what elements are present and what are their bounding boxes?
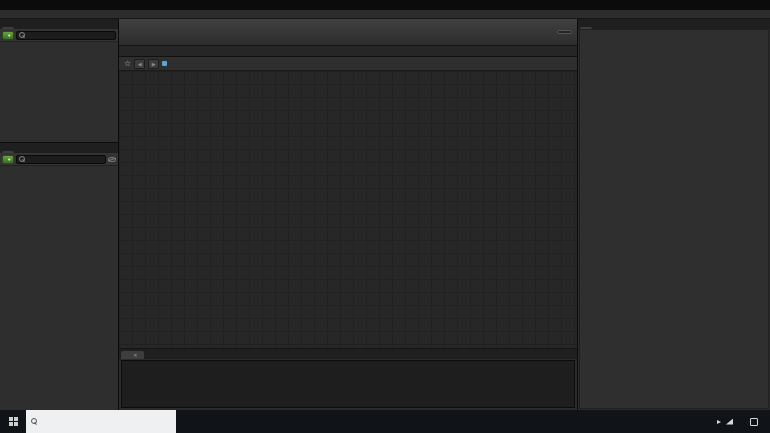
my-blueprint-panel: ▾ xyxy=(0,143,118,410)
compiler-tab-strip: × xyxy=(119,349,577,359)
components-toolbar: ▾ xyxy=(0,29,118,42)
graph-tab-strip xyxy=(119,46,577,57)
main-area: ▾ ▾ xyxy=(0,19,770,410)
blueprint-editor-column: ☆ ◀ ▶ × xyxy=(119,19,578,410)
compiler-results-body xyxy=(121,360,575,408)
window-tab-strip xyxy=(0,0,770,10)
taskbar-search[interactable] xyxy=(26,410,176,433)
my-blueprint-toolbar: ▾ xyxy=(0,153,118,166)
network-icon[interactable] xyxy=(726,419,733,425)
nav-forward-button[interactable]: ▶ xyxy=(148,59,159,69)
debug-filter xyxy=(557,30,572,35)
breadcrumb-bar: ☆ ◀ ▶ xyxy=(119,57,577,71)
action-center-icon[interactable] xyxy=(750,418,758,426)
components-tab-strip xyxy=(0,19,118,29)
my-blueprint-rows xyxy=(0,166,118,410)
bookmark-star-icon[interactable]: ☆ xyxy=(124,59,131,68)
search-icon xyxy=(19,156,25,163)
windows-logo-icon xyxy=(9,417,18,426)
components-tree xyxy=(0,42,118,142)
details-panel xyxy=(578,19,770,410)
my-blueprint-tab-strip xyxy=(0,143,118,153)
close-icon[interactable]: × xyxy=(133,352,138,358)
details-tab-strip xyxy=(578,19,770,29)
components-search[interactable] xyxy=(16,31,116,40)
chevron-down-icon: ▾ xyxy=(8,157,10,162)
toolbar xyxy=(119,19,577,46)
add-new-button[interactable]: ▾ xyxy=(2,155,14,164)
event-graph-canvas[interactable] xyxy=(119,71,577,348)
my-blueprint-search[interactable] xyxy=(16,155,106,164)
components-panel: ▾ xyxy=(0,19,118,143)
add-component-button[interactable]: ▾ xyxy=(2,31,14,40)
search-icon xyxy=(31,418,37,425)
chevron-down-icon: ▾ xyxy=(8,33,10,38)
start-button[interactable] xyxy=(0,410,26,433)
search-icon xyxy=(19,32,25,39)
volume-icon[interactable] xyxy=(717,420,721,424)
left-panel-column: ▾ ▾ xyxy=(0,19,119,410)
unreal-editor-window: ▾ ▾ xyxy=(0,0,770,433)
compiler-results-tab[interactable]: × xyxy=(121,351,144,360)
menu-bar xyxy=(0,10,770,19)
blueprint-icon xyxy=(162,61,167,66)
details-body xyxy=(579,29,769,409)
nav-back-button[interactable]: ◀ xyxy=(134,59,145,69)
my-blueprint-search-input[interactable] xyxy=(27,156,103,163)
debug-object-dropdown[interactable] xyxy=(557,30,572,34)
compiler-results-panel: × xyxy=(119,348,577,410)
system-tray xyxy=(708,410,770,433)
taskbar xyxy=(0,410,770,433)
visibility-filter-icon[interactable] xyxy=(108,157,116,162)
components-search-input[interactable] xyxy=(27,32,113,39)
node-layer xyxy=(119,71,577,348)
